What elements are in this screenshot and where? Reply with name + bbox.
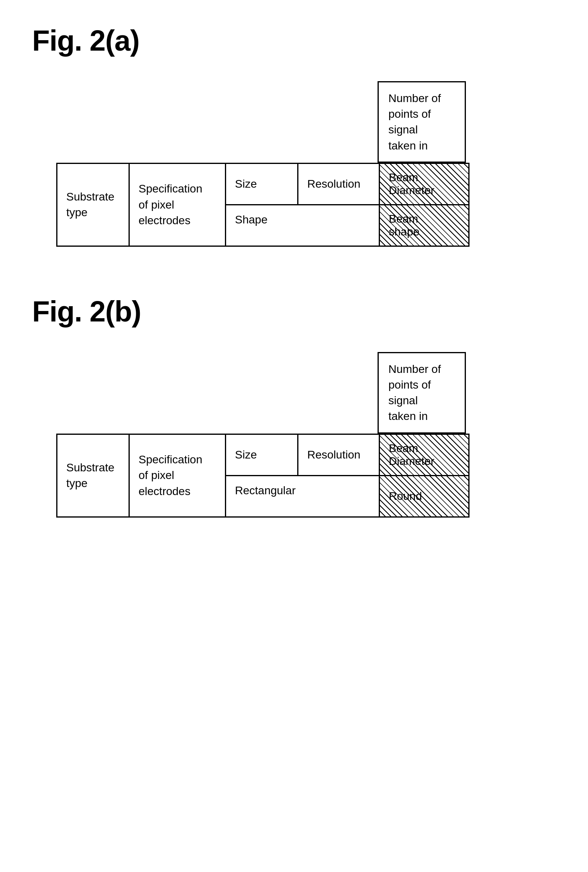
specification-label: Specificationof pixelelectrodes — [139, 181, 202, 228]
fig-b-table: Substratetype Specificationof pixelelect… — [56, 434, 470, 518]
fig-a-header-box: Number ofpoints ofsignaltaken in — [378, 81, 466, 163]
substrate-type-label: Substratetype — [66, 189, 114, 220]
fig-a-table: Substratetype Specificationof pixelelect… — [56, 163, 470, 247]
fig-b-size-shape-resolution-area: Size Resolution Rectangular — [226, 435, 380, 516]
size-shape-resolution-area: Size Resolution Shape — [226, 164, 380, 246]
beam-shape-label: Beamshape — [389, 213, 419, 238]
shape-cell: Shape — [226, 205, 379, 234]
fig-b-specification-cell: Specificationof pixelelectrodes — [130, 435, 226, 516]
fig-b-beam-column: BeamDiameter Round — [380, 435, 468, 516]
figure-2b: Fig. 2(b) Number ofpoints ofsignaltaken … — [32, 295, 556, 518]
figure-2a: Fig. 2(a) Number ofpoints ofsignaltaken … — [32, 24, 556, 247]
shape-label: Shape — [235, 213, 267, 226]
fig-b-substrate-type-label: Substratetype — [66, 460, 114, 491]
size-cell: Size — [226, 164, 298, 204]
fig-b-round-cell: Round — [380, 476, 468, 516]
number-of-points-label: Number ofpoints ofsignaltaken in — [388, 92, 441, 152]
fig-b-rectangular-row: Rectangular — [226, 476, 379, 505]
fig-b-header-box: Number ofpoints ofsignaltaken in — [378, 352, 466, 434]
substrate-type-cell: Substratetype — [57, 164, 130, 246]
beam-diameter-cell: BeamDiameter — [380, 164, 468, 205]
fig-b-number-of-points-label: Number ofpoints ofsignaltaken in — [388, 363, 441, 423]
fig-b-substrate-type-cell: Substratetype — [57, 435, 130, 516]
fig-b-resolution-label: Resolution — [307, 448, 360, 461]
fig-b-beam-diameter-label: BeamDiameter — [389, 442, 435, 468]
resolution-cell: Resolution — [298, 164, 379, 204]
rectangular-label: Rectangular — [235, 484, 296, 497]
size-resolution-row: Size Resolution — [226, 164, 379, 205]
shape-row: Shape — [226, 205, 379, 234]
figure-2b-diagram: Number ofpoints ofsignaltaken in Substra… — [56, 352, 556, 518]
fig-b-beam-diameter-cell: BeamDiameter — [380, 435, 468, 476]
fig-b-size-label: Size — [235, 448, 257, 461]
fig-b-round-label: Round — [389, 490, 422, 503]
fig-b-specification-label: Specificationof pixelelectrodes — [139, 452, 202, 499]
fig-b-resolution-cell: Resolution — [298, 435, 379, 475]
figure-2b-title: Fig. 2(b) — [32, 295, 556, 328]
fig-b-size-cell: Size — [226, 435, 298, 475]
size-label: Size — [235, 178, 257, 190]
figure-2a-diagram: Number ofpoints ofsignaltaken in Substra… — [56, 81, 556, 247]
fig-b-size-resolution-row: Size Resolution — [226, 435, 379, 476]
specification-cell: Specificationof pixelelectrodes — [130, 164, 226, 246]
beam-column: BeamDiameter Beamshape — [380, 164, 468, 246]
rectangular-cell: Rectangular — [226, 476, 379, 505]
beam-diameter-label: BeamDiameter — [389, 171, 435, 197]
beam-shape-cell: Beamshape — [380, 205, 468, 246]
resolution-label: Resolution — [307, 178, 360, 190]
figure-2a-title: Fig. 2(a) — [32, 24, 556, 57]
